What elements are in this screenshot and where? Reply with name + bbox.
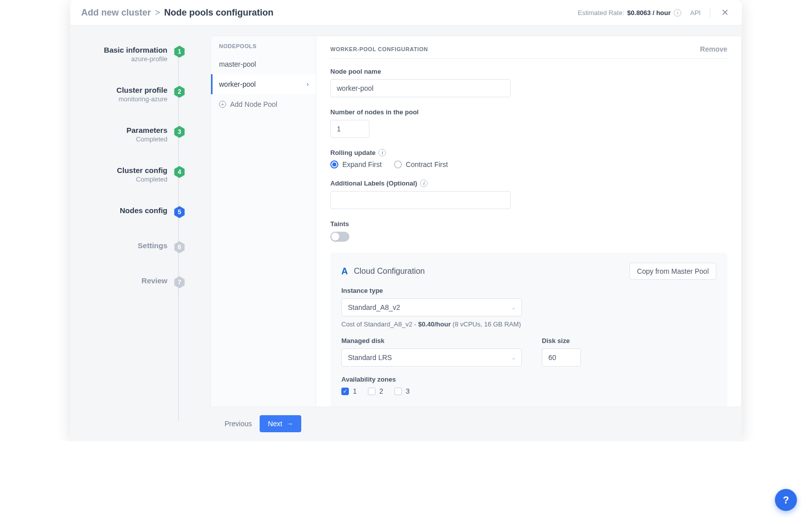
step-title: Review (141, 276, 167, 285)
taints-toggle[interactable] (330, 232, 349, 242)
managed-disk-select[interactable] (341, 348, 522, 367)
info-icon[interactable]: i (378, 149, 386, 156)
instance-type-select[interactable] (341, 298, 522, 316)
availability-zones-label: Availability zones (341, 376, 716, 383)
field-num-nodes: Number of nodes in the pool (330, 108, 727, 138)
az-checkbox-1[interactable]: ✓ 1 (341, 387, 357, 395)
nodepool-item-label: master-pool (219, 60, 256, 68)
radio-expand-first[interactable]: Expand First (330, 160, 382, 168)
checkbox-icon (368, 388, 375, 395)
field-availability-zones: Availability zones ✓ 1 2 (341, 376, 716, 395)
topbar-right: Estimated Rate: $0.8063 / hour i API ✕ (578, 7, 731, 18)
form-area: WORKER-POOL CONFIGURATION Remove Node po… (316, 36, 741, 407)
chevron-down-icon: ⌄ (511, 304, 516, 311)
step-title: Nodes config (120, 206, 167, 215)
breadcrumb-separator: > (155, 8, 160, 18)
cloud-card-title: A Cloud Configuration (341, 266, 425, 277)
wizard-steps: Basic information azure-profile 1 Cluste… (70, 26, 185, 441)
api-link[interactable]: API (690, 9, 701, 17)
radio-contract-first[interactable]: Contract First (394, 160, 448, 168)
radio-label: Contract First (406, 160, 448, 168)
step-review[interactable]: Review 7 (70, 276, 185, 311)
az-checkbox-2[interactable]: 2 (368, 387, 383, 395)
field-pool-name: Node pool name (330, 68, 727, 97)
app-window: Add new cluster > Node pools configurati… (70, 0, 742, 441)
nodepool-item-label: worker-pool (219, 80, 256, 88)
checkbox-icon: ✓ (341, 388, 349, 395)
pool-name-label: Node pool name (330, 68, 727, 75)
field-disk-size: Disk size (542, 337, 581, 367)
az-checkbox-3[interactable]: 3 (394, 387, 410, 395)
step-parameters[interactable]: Parameters Completed 3 (70, 126, 185, 166)
field-rolling-update: Rolling update i Expand First Contract F… (330, 149, 727, 168)
step-subtitle: Completed (126, 135, 167, 143)
additional-labels-input[interactable] (330, 191, 511, 209)
rolling-update-options: Expand First Contract First (330, 160, 727, 168)
taints-label: Taints (330, 220, 727, 228)
plus-icon: + (219, 101, 226, 108)
estimated-rate-value: $0.8063 / hour (627, 9, 671, 17)
field-additional-labels: Additional Labels (Optional) i (330, 180, 727, 209)
separator (710, 7, 710, 18)
step-title: Cluster config (117, 166, 167, 174)
next-button[interactable]: Next → (260, 415, 301, 432)
step-cluster-profile[interactable]: Cluster profile monitoring-azure 2 (70, 86, 185, 126)
radio-dot-icon (330, 160, 338, 168)
breadcrumb: Add new cluster > Node pools configurati… (81, 8, 274, 18)
step-badge: 4 (173, 166, 185, 178)
num-nodes-label: Number of nodes in the pool (330, 108, 727, 116)
instance-cost-line: Cost of Standard_A8_v2 - $0.40/hour (8 v… (341, 320, 716, 328)
radio-dot-icon (394, 160, 402, 168)
breadcrumb-root[interactable]: Add new cluster (81, 8, 151, 18)
main: NODEPOOLS master-pool worker-pool › + Ad… (185, 26, 742, 441)
field-taints: Taints (330, 220, 727, 242)
info-icon[interactable]: i (674, 9, 681, 17)
step-badge: 6 (173, 241, 185, 253)
remove-button[interactable]: Remove (700, 45, 727, 53)
step-title: Parameters (126, 126, 167, 134)
panel: NODEPOOLS master-pool worker-pool › + Ad… (211, 36, 742, 407)
step-title: Settings (138, 241, 167, 250)
step-cluster-config[interactable]: Cluster config Completed 4 (70, 166, 185, 206)
previous-button[interactable]: Previous (225, 420, 252, 428)
disk-row: Managed disk ⌄ Disk size (341, 337, 716, 367)
step-badge: 5 (173, 206, 185, 218)
cloud-card-header: A Cloud Configuration Copy from Master P… (341, 263, 716, 280)
step-subtitle: monitoring-azure (116, 95, 167, 103)
close-icon[interactable]: ✕ (719, 8, 731, 17)
step-title: Basic information (104, 46, 167, 54)
pool-name-input[interactable] (330, 79, 511, 97)
step-nodes-config[interactable]: Nodes config 5 (70, 206, 185, 241)
step-badge: 7 (173, 276, 185, 288)
nodepool-item-master[interactable]: master-pool (211, 54, 316, 74)
step-settings[interactable]: Settings 6 (70, 241, 185, 276)
radio-label: Expand First (342, 160, 382, 168)
nodepool-list: NODEPOOLS master-pool worker-pool › + Ad… (211, 36, 316, 407)
instance-type-label: Instance type (341, 287, 716, 294)
chevron-down-icon: ⌄ (511, 355, 516, 361)
step-badge: 2 (173, 86, 185, 98)
form-header: WORKER-POOL CONFIGURATION Remove (330, 45, 727, 59)
disk-size-label: Disk size (542, 337, 581, 344)
step-badge: 1 (173, 46, 185, 58)
az-label: 2 (379, 387, 383, 395)
disk-size-input[interactable] (542, 348, 581, 367)
add-nodepool-button[interactable]: + Add Node Pool (211, 94, 316, 114)
step-subtitle: azure-profile (104, 55, 167, 63)
nodepool-item-worker[interactable]: worker-pool › (211, 74, 316, 94)
step-badge: 3 (173, 126, 185, 138)
num-nodes-input[interactable] (330, 120, 369, 138)
step-basic-information[interactable]: Basic information azure-profile 1 (70, 46, 185, 86)
info-icon[interactable]: i (420, 180, 428, 187)
cloud-title-text: Cloud Configuration (354, 267, 425, 276)
copy-from-master-button[interactable]: Copy from Master Pool (630, 263, 716, 280)
field-instance-type: Instance type ⌄ Cost of Standard_A8_v2 -… (341, 287, 716, 328)
cloud-configuration-card: A Cloud Configuration Copy from Master P… (330, 253, 727, 407)
managed-disk-label: Managed disk (341, 337, 522, 344)
nodepool-list-header: NODEPOOLS (211, 36, 316, 54)
add-nodepool-label: Add Node Pool (230, 100, 277, 108)
azure-icon: A (341, 266, 348, 277)
section-title: WORKER-POOL CONFIGURATION (330, 46, 428, 52)
step-subtitle: Completed (117, 176, 167, 183)
field-managed-disk: Managed disk ⌄ (341, 337, 522, 367)
